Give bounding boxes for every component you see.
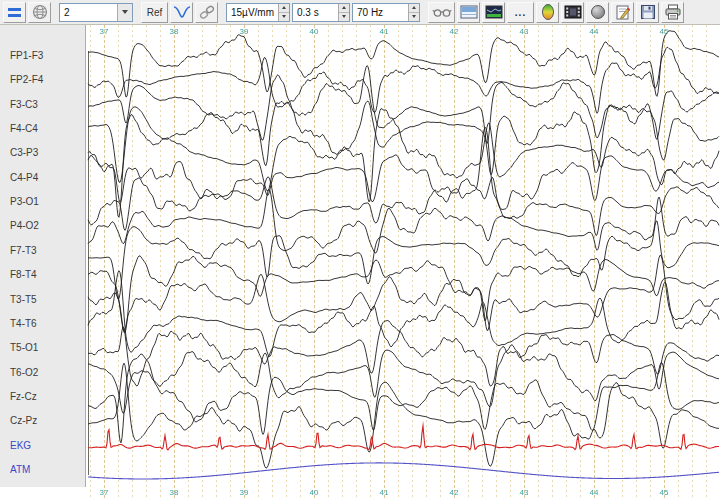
- channel-label: Fz-Cz: [10, 391, 37, 402]
- filter-down-button[interactable]: [409, 13, 419, 21]
- timebase-spinner[interactable]: 0.3 s: [292, 3, 350, 22]
- globe-icon: [32, 4, 48, 20]
- print-button[interactable]: [661, 2, 684, 23]
- time-label: 38: [166, 27, 182, 36]
- display-layout-button[interactable]: [457, 2, 480, 23]
- channel-label: T5-O1: [10, 342, 38, 353]
- menu-lines-icon: [8, 8, 21, 17]
- sensitivity-up-button[interactable]: [279, 4, 289, 13]
- arrow-up-icon: [282, 6, 286, 9]
- arrow-down-icon: [412, 15, 416, 18]
- waveform-icon: [173, 4, 191, 20]
- more-options-button[interactable]: ...: [507, 2, 534, 23]
- ref-button[interactable]: Ref: [141, 2, 168, 23]
- arrow-down-icon: [282, 15, 286, 18]
- glasses-icon: [432, 5, 452, 19]
- arrow-up-icon: [412, 6, 416, 9]
- time-label: 43: [516, 27, 532, 36]
- chain-link-icon: [199, 4, 215, 20]
- channel-label: F8-T4: [10, 269, 37, 280]
- timebase-up-button[interactable]: [339, 4, 349, 13]
- head-map-button[interactable]: [536, 2, 559, 23]
- ref-label: Ref: [147, 7, 163, 18]
- channel-label: C4-P4: [10, 172, 38, 183]
- channel-label: P3-O1: [10, 196, 39, 207]
- channel-label: FP1-F3: [10, 50, 43, 61]
- montage-value: 2: [60, 4, 117, 21]
- channel-label: EKG: [10, 440, 31, 451]
- video-button[interactable]: [561, 2, 584, 23]
- time-label: 40: [306, 488, 322, 497]
- save-button[interactable]: [636, 2, 659, 23]
- montage-dropdown-arrow[interactable]: [117, 4, 132, 21]
- channel-label: T4-T6: [10, 318, 37, 329]
- head-map-icon: [540, 3, 556, 21]
- annotate-button[interactable]: [611, 2, 634, 23]
- time-label: 44: [586, 27, 602, 36]
- timebase-value: 0.3 s: [293, 4, 338, 21]
- channel-label: C3-P3: [10, 147, 38, 158]
- channel-label: T6-O2: [10, 367, 38, 378]
- link-button[interactable]: [195, 2, 218, 23]
- head-3d-button[interactable]: [586, 2, 609, 23]
- time-label: 41: [376, 27, 392, 36]
- filter-spinner[interactable]: 70 Hz: [352, 3, 420, 22]
- eeg-traces-canvas[interactable]: [86, 25, 720, 498]
- channel-label: P4-O2: [10, 220, 39, 231]
- channel-label: FP2-F4: [10, 74, 43, 85]
- menu-button[interactable]: [3, 2, 26, 23]
- arrow-up-icon: [342, 6, 346, 9]
- print-icon: [664, 4, 682, 20]
- time-label: 42: [446, 27, 462, 36]
- channel-label: F4-C4: [10, 123, 38, 134]
- time-label: 45: [656, 488, 672, 497]
- time-label: 44: [586, 488, 602, 497]
- time-label: 45: [656, 27, 672, 36]
- trend-screen-icon: [485, 4, 503, 20]
- time-label: 38: [166, 488, 182, 497]
- chevron-down-icon: [122, 10, 128, 14]
- channel-label: Cz-Pz: [10, 415, 37, 426]
- sensitivity-spinner[interactable]: 15µV/mm: [226, 3, 290, 22]
- eeg-chart-area: 373839404142434445 373839404142434445: [86, 25, 720, 498]
- eeg-viewer-window: 2 Ref 15µV/mm 0.3 s: [0, 0, 720, 498]
- channel-label: F3-C3: [10, 99, 38, 110]
- channel-label: ATM: [10, 464, 30, 475]
- channel-label: T3-T5: [10, 294, 37, 305]
- annotate-icon: [615, 4, 631, 20]
- display-icon: [460, 4, 478, 20]
- sphere-icon: [590, 4, 606, 20]
- waveform-tool-button[interactable]: [170, 2, 193, 23]
- time-label: 37: [96, 27, 112, 36]
- filter-up-button[interactable]: [409, 4, 419, 13]
- save-icon: [640, 4, 656, 20]
- time-label: 42: [446, 488, 462, 497]
- sensitivity-down-button[interactable]: [279, 13, 289, 21]
- globe-button[interactable]: [28, 2, 51, 23]
- montage-select[interactable]: 2: [59, 3, 133, 22]
- time-label: 43: [516, 488, 532, 497]
- time-label: 37: [96, 488, 112, 497]
- ellipsis-label: ...: [515, 7, 526, 18]
- trend-screen-button[interactable]: [482, 2, 505, 23]
- channel-panel: FP1-F3FP2-F4F3-C3F4-C4C3-P3C4-P4P3-O1P4-…: [0, 25, 86, 487]
- filmstrip-icon: [564, 5, 582, 19]
- timebase-down-button[interactable]: [339, 13, 349, 21]
- time-label: 39: [236, 488, 252, 497]
- arrow-down-icon: [342, 15, 346, 18]
- time-label: 41: [376, 488, 392, 497]
- channel-label: F7-T3: [10, 245, 37, 256]
- review-glasses-button[interactable]: [428, 2, 455, 23]
- time-label: 39: [236, 27, 252, 36]
- time-label: 40: [306, 27, 322, 36]
- filter-value: 70 Hz: [353, 4, 408, 21]
- sensitivity-value: 15µV/mm: [227, 4, 278, 21]
- toolbar: 2 Ref 15µV/mm 0.3 s: [0, 0, 720, 25]
